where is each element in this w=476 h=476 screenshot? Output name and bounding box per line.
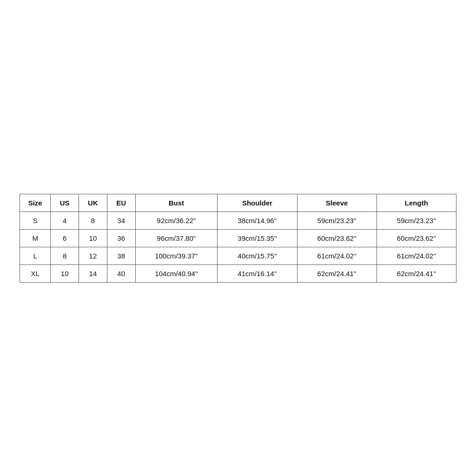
header-eu: EU [107,194,135,212]
cell-shoulder: 41cm/16.14'' [218,264,297,282]
cell-sleeve: 62cm/24.41'' [297,264,377,282]
table-row: M6103696cm/37.80''39cm/15.35''60cm/23.62… [20,229,456,247]
cell-size: XL [20,264,51,282]
header-shoulder: Shoulder [218,194,297,212]
header-sleeve: Sleeve [297,194,377,212]
cell-uk: 14 [79,264,107,282]
cell-uk: 10 [79,229,107,247]
cell-shoulder: 39cm/15.35'' [218,229,297,247]
header-uk: UK [79,194,107,212]
cell-us: 8 [51,247,79,264]
cell-us: 4 [51,212,79,229]
header-us: US [51,194,79,212]
cell-sleeve: 60cm/23.62'' [297,229,377,247]
cell-uk: 12 [79,247,107,264]
cell-eu: 40 [107,264,135,282]
cell-bust: 92cm/36.22'' [135,212,218,229]
cell-sleeve: 59cm/23.23'' [297,212,377,229]
cell-us: 6 [51,229,79,247]
size-chart-table: Size US UK EU Bust Shoulder Sleeve Lengt… [20,194,456,283]
cell-us: 10 [51,264,79,282]
cell-bust: 96cm/37.80'' [135,229,218,247]
header-length: Length [377,194,456,212]
cell-eu: 34 [107,212,135,229]
cell-length: 59cm/23.23'' [377,212,456,229]
cell-length: 60cm/23.62'' [377,229,456,247]
cell-shoulder: 40cm/15.75'' [218,247,297,264]
cell-bust: 100cm/39.37'' [135,247,218,264]
table-row: XL101440104cm/40.94''41cm/16.14''62cm/24… [20,264,456,282]
cell-shoulder: 38cm/14.96'' [218,212,297,229]
cell-size: L [20,247,51,264]
cell-eu: 38 [107,247,135,264]
table-row: S483492cm/36.22''38cm/14.96''59cm/23.23'… [20,212,456,229]
cell-length: 61cm/24.02'' [377,247,456,264]
table-header-row: Size US UK EU Bust Shoulder Sleeve Lengt… [20,194,456,212]
cell-bust: 104cm/40.94'' [135,264,218,282]
cell-size: M [20,229,51,247]
header-bust: Bust [135,194,218,212]
cell-uk: 8 [79,212,107,229]
cell-size: S [20,212,51,229]
size-chart-wrapper: Size US UK EU Bust Shoulder Sleeve Lengt… [0,185,476,292]
cell-length: 62cm/24.41'' [377,264,456,282]
header-size: Size [20,194,51,212]
cell-eu: 36 [107,229,135,247]
cell-sleeve: 61cm/24.02'' [297,247,377,264]
table-row: L81238100cm/39.37''40cm/15.75''61cm/24.0… [20,247,456,264]
